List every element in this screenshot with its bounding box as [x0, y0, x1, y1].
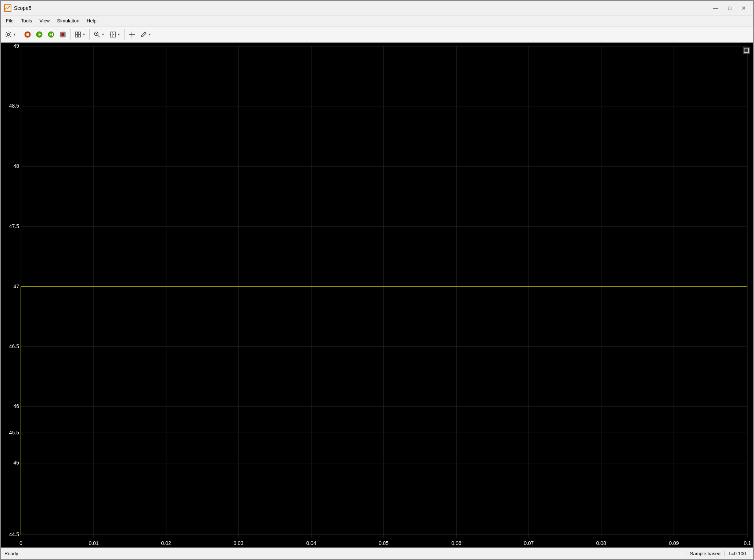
menu-view[interactable]: View — [36, 17, 53, 25]
toolbar-separator-4 — [124, 29, 125, 40]
stop-button[interactable] — [22, 28, 33, 41]
toolbar-separator-2 — [70, 29, 71, 40]
menu-help[interactable]: Help — [83, 17, 100, 25]
svg-point-10 — [61, 33, 64, 36]
plot-area: 49 48.5 48 47.5 47 46.5 46 45.5 45 44.5 … — [1, 43, 753, 548]
plot-svg: 49 48.5 48 47.5 47 46.5 46 45.5 45 44.5 … — [1, 43, 753, 548]
toolbar-separator-3 — [89, 29, 90, 40]
x-axis-labels: 0 0.01 0.02 0.03 0.04 0.05 0.06 0.07 0.0… — [19, 540, 751, 546]
maximize-button[interactable]: □ — [723, 3, 736, 13]
svg-text:45: 45 — [13, 460, 19, 466]
edit-dropdown-arrow: ▼ — [148, 33, 151, 36]
title-bar: Scope5 — □ ✕ — [1, 1, 753, 15]
status-bar: Ready Sample based T=0.100 — [1, 548, 753, 559]
layout-button[interactable]: ▼ — [72, 28, 87, 41]
svg-text:0.02: 0.02 — [161, 540, 171, 546]
main-window: Scope5 — □ ✕ File Tools View Simulation … — [0, 0, 754, 560]
svg-text:47.5: 47.5 — [9, 223, 19, 229]
menu-tools[interactable]: Tools — [17, 17, 36, 25]
toolbar: ▼ — [1, 26, 753, 43]
svg-line-16 — [98, 35, 100, 37]
svg-text:0.04: 0.04 — [306, 540, 316, 546]
settings-dropdown-arrow: ▼ — [13, 33, 16, 36]
window-controls: — □ ✕ — [709, 3, 750, 13]
svg-text:46.5: 46.5 — [9, 343, 19, 349]
status-ready-text: Ready — [4, 551, 686, 556]
svg-text:0.03: 0.03 — [233, 540, 243, 546]
svg-rect-8 — [52, 33, 53, 36]
svg-point-1 — [7, 33, 10, 36]
axes-button[interactable]: ▼ — [107, 28, 122, 41]
svg-text:46: 46 — [13, 403, 19, 409]
svg-text:44.5: 44.5 — [9, 531, 19, 537]
play-button[interactable] — [34, 28, 45, 41]
cursor-button[interactable] — [126, 28, 137, 41]
edit-button[interactable]: ▼ — [138, 28, 153, 41]
window-title: Scope5 — [14, 5, 709, 11]
step-button[interactable] — [46, 28, 57, 41]
svg-text:0.09: 0.09 — [669, 540, 679, 546]
svg-rect-3 — [26, 33, 29, 36]
svg-text:48: 48 — [13, 163, 19, 169]
svg-text:0: 0 — [19, 540, 22, 546]
svg-text:0.07: 0.07 — [524, 540, 534, 546]
svg-rect-19 — [110, 32, 115, 37]
layout-dropdown-arrow: ▼ — [82, 33, 86, 36]
svg-text:0.06: 0.06 — [451, 540, 461, 546]
window-icon — [4, 4, 12, 12]
svg-text:0.05: 0.05 — [378, 540, 388, 546]
svg-rect-14 — [78, 35, 80, 37]
plot-expand-button[interactable] — [743, 47, 750, 54]
grid-lines — [21, 46, 747, 538]
svg-text:49: 49 — [13, 43, 19, 49]
menu-bar: File Tools View Simulation Help — [1, 15, 753, 26]
status-sample-based: Sample based — [686, 551, 724, 556]
svg-text:48.5: 48.5 — [9, 103, 19, 109]
record-button[interactable] — [57, 28, 68, 41]
svg-rect-11 — [75, 32, 78, 34]
svg-text:45.5: 45.5 — [9, 430, 19, 436]
svg-rect-12 — [78, 32, 80, 34]
zoom-dropdown-arrow: ▼ — [101, 33, 105, 36]
y-axis-labels: 49 48.5 48 47.5 47 46.5 46 45.5 45 44.5 — [9, 43, 19, 537]
minimize-button[interactable]: — — [709, 3, 722, 13]
svg-text:47: 47 — [13, 283, 19, 289]
signal-line — [21, 287, 747, 535]
zoom-button[interactable]: ▼ — [91, 28, 107, 41]
svg-text:0.01: 0.01 — [89, 540, 98, 546]
axes-dropdown-arrow: ▼ — [117, 33, 121, 36]
status-right: Sample based T=0.100 — [686, 551, 750, 556]
settings-dropdown-button[interactable]: ▼ — [3, 28, 18, 41]
svg-text:0.1: 0.1 — [744, 540, 751, 546]
close-button[interactable]: ✕ — [737, 3, 750, 13]
toolbar-separator-1 — [20, 29, 20, 40]
svg-rect-13 — [75, 35, 78, 37]
svg-rect-0 — [4, 5, 11, 11]
menu-simulation[interactable]: Simulation — [53, 17, 83, 25]
status-time: T=0.100 — [724, 551, 750, 556]
menu-file[interactable]: File — [2, 17, 17, 25]
svg-text:0.08: 0.08 — [596, 540, 606, 546]
